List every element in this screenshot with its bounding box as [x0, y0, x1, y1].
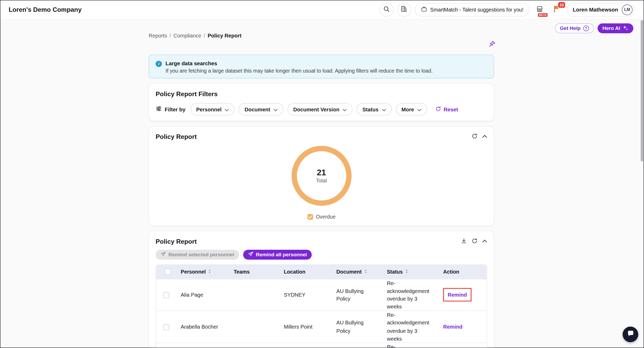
scrollbar[interactable]	[640, 1, 644, 348]
remind-selected-label: Remind selected personnel	[168, 252, 234, 258]
column-label: Action	[443, 269, 459, 275]
policy-report-chart-card: Policy Report 21 Total Overdue	[149, 126, 494, 226]
sort-icon	[405, 269, 408, 275]
highlight-box: Remind	[443, 288, 471, 302]
column-header-location: Location	[277, 265, 330, 279]
column-header-status[interactable]: Status	[380, 265, 437, 279]
column-header-personnel[interactable]: Personnel	[174, 265, 227, 279]
filters-row: Filter by Personnel Document Document Ve…	[156, 103, 487, 115]
filter-dropdown-document[interactable]: Document	[239, 103, 283, 115]
cell-action: Remind	[436, 311, 487, 343]
remind-link[interactable]: Remind	[443, 324, 462, 330]
pin-icon	[488, 42, 496, 49]
remind-all-button[interactable]: Remind all personnel	[243, 250, 312, 260]
row-checkbox[interactable]	[163, 292, 169, 298]
column-label: Document	[336, 269, 362, 275]
cell-teams	[227, 311, 277, 343]
collapse-icon[interactable]	[482, 239, 487, 243]
filter-dropdown-personnel[interactable]: Personnel	[190, 103, 235, 115]
filter-by-label: Filter by	[165, 106, 185, 112]
cell-location: SYDNEY	[277, 343, 330, 348]
pin-report-button[interactable]	[488, 40, 496, 48]
beta-badge: BETA	[538, 13, 548, 17]
filter-dropdown-status[interactable]: Status	[357, 103, 391, 115]
screenshot-frame: Loren's Demo Company SmartMatch - Talent…	[0, 0, 644, 348]
row-checkbox[interactable]	[163, 324, 169, 330]
table-header-row: Personnel Teams Location Document	[156, 265, 487, 279]
page-actions: Get Help ? Hero AI	[555, 23, 633, 33]
user-name: Loren Mathewson	[573, 7, 618, 13]
help-icon: ?	[583, 25, 589, 31]
column-label: Location	[284, 269, 305, 275]
notification-count-badge: 22	[558, 2, 565, 8]
cell-status: Re-acknowledgement overdue by 3 weeks	[380, 311, 437, 343]
select-all-checkbox[interactable]	[165, 269, 171, 275]
donut-total-value: 21	[317, 168, 326, 177]
chevron-down-icon	[343, 106, 347, 112]
breadcrumb-compliance[interactable]: Compliance	[173, 32, 201, 39]
search-icon	[383, 6, 390, 14]
reset-label: Reset	[444, 106, 458, 112]
policy-report-table-card: Policy Report Remind selected personn	[149, 231, 494, 348]
user-menu[interactable]: Loren Mathewson LM	[567, 3, 635, 17]
info-banner: i Large data searches If you are fetchin…	[149, 55, 494, 78]
cell-action: Remind	[436, 343, 487, 348]
cell-personnel: Alia Page	[174, 279, 227, 311]
info-banner-text: Large data searches If you are fetching …	[166, 60, 433, 74]
chart-card-actions	[472, 133, 487, 139]
refresh-icon[interactable]	[472, 238, 478, 244]
company-switcher-button[interactable]	[397, 3, 411, 17]
send-icon	[248, 251, 253, 258]
info-banner-body: If you are fetching a large dataset this…	[166, 68, 433, 74]
breadcrumb-current: Policy Report	[208, 32, 241, 39]
sort-icon	[364, 269, 367, 275]
table-row: Arabella Bocher Millers Point AU Bullyin…	[156, 311, 487, 343]
smartmatch-icon	[421, 6, 427, 13]
get-help-label: Get Help	[560, 25, 581, 31]
remind-selected-button[interactable]: Remind selected personnel	[156, 250, 239, 260]
remind-all-label: Remind all personnel	[256, 252, 307, 258]
filter-dropdown-label: Status	[362, 106, 378, 112]
cell-document: AU Bullying Policy	[330, 311, 380, 343]
cell-document: AU Bullying Policy	[330, 279, 380, 311]
topbar: Loren's Demo Company SmartMatch - Talent…	[1, 1, 644, 19]
filters-card-title: Policy Report Filters	[156, 90, 487, 98]
table-card-actions	[461, 238, 487, 244]
avatar: LM	[622, 4, 632, 15]
chart-card-title: Policy Report	[156, 133, 487, 140]
reset-filters-button[interactable]: Reset	[435, 106, 458, 113]
collapse-icon[interactable]	[482, 134, 487, 138]
chevron-down-icon	[417, 106, 422, 112]
search-button[interactable]	[379, 3, 393, 17]
chat-widget-button[interactable]	[623, 327, 638, 342]
legend-label: Overdue	[316, 214, 336, 220]
notifications-button[interactable]: 22	[550, 3, 563, 17]
swag-beta-button[interactable]: BETA	[533, 3, 547, 17]
hero-ai-button[interactable]: Hero AI	[597, 23, 633, 33]
smartmatch-button[interactable]: SmartMatch - Talent suggestions for you!	[415, 3, 530, 16]
cell-personnel: Arabella Bocher	[174, 311, 227, 343]
column-label: Teams	[234, 269, 250, 275]
breadcrumb-reports[interactable]: Reports	[149, 32, 167, 39]
reset-icon	[435, 106, 441, 113]
cell-status: Re-acknowledgement overdue by 3 weeks	[380, 279, 437, 311]
chevron-down-icon	[382, 106, 386, 112]
cell-location: SYDNEY	[277, 279, 330, 311]
get-help-button[interactable]: Get Help ?	[555, 23, 594, 33]
filter-dropdown-document-version[interactable]: Document Version	[287, 103, 352, 115]
column-header-action: Action	[436, 265, 487, 279]
remind-link[interactable]: Remind	[448, 292, 467, 298]
donut-ring: 21 Total	[291, 146, 351, 206]
cell-status: Re-acknowledgement overdue by 3 weeks	[380, 343, 437, 348]
legend-item-overdue[interactable]: Overdue	[307, 214, 336, 220]
download-icon[interactable]	[461, 238, 467, 244]
scrollbar-thumb[interactable]	[641, 20, 643, 161]
cell-document: AU Bullying Policy	[330, 343, 380, 348]
column-header-document[interactable]: Document	[330, 265, 380, 279]
filter-dropdown-label: Document Version	[293, 106, 339, 112]
refresh-icon[interactable]	[472, 133, 478, 139]
company-name: Loren's Demo Company	[9, 6, 82, 13]
filter-dropdown-more[interactable]: More	[396, 103, 427, 115]
company-icon	[400, 5, 407, 14]
filter-by: Filter by	[156, 106, 185, 113]
